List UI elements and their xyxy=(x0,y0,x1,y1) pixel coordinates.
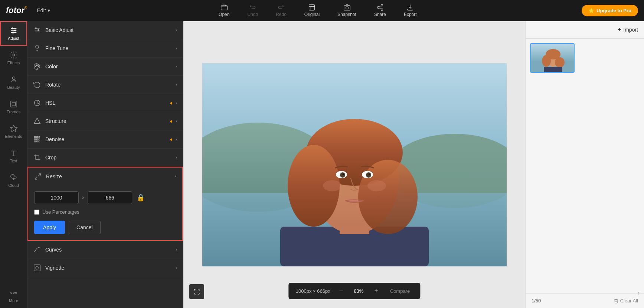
finetune-icon xyxy=(33,45,41,52)
trash-icon xyxy=(614,298,619,304)
hsl-chevron-icon: › xyxy=(176,100,177,106)
panel-item-vignette[interactable]: Vignette › xyxy=(27,259,183,277)
svg-point-58 xyxy=(369,174,370,175)
topbar: fotor® Edit ▾ Open Undo Redo Original Sn… xyxy=(0,0,644,21)
sidebar-item-elements[interactable]: Elements xyxy=(0,119,27,144)
svg-rect-34 xyxy=(35,139,36,140)
sidebar-item-beauty[interactable]: Beauty xyxy=(0,70,27,95)
apply-button[interactable]: Apply xyxy=(34,221,65,234)
panel-item-crop[interactable]: Crop › xyxy=(27,149,183,167)
logo-text: fotor xyxy=(6,6,24,15)
portrait-svg xyxy=(202,63,507,266)
cancel-button[interactable]: Cancel xyxy=(69,221,101,234)
sidebar-item-effects[interactable]: Effects xyxy=(0,46,27,70)
photo-container xyxy=(202,63,507,266)
image-dimensions: 1000px × 666px xyxy=(296,288,330,294)
sidebar-item-adjust[interactable]: Adjust xyxy=(0,21,27,46)
denoise-pro-icon: ♦ xyxy=(170,136,173,142)
clear-all-button[interactable]: Clear All xyxy=(614,298,638,304)
adjust-panel: Basic Adjust › Fine Tune › Color › Rotat… xyxy=(27,21,183,308)
resize-x-separator: × xyxy=(82,195,85,201)
plus-icon: + xyxy=(618,26,621,33)
text-icon xyxy=(10,149,18,157)
panel-item-rotate[interactable]: Rotate › xyxy=(27,76,183,94)
panel-item-fine-tune[interactable]: Fine Tune › xyxy=(27,39,183,58)
svg-point-4 xyxy=(381,4,383,6)
import-button[interactable]: + Import xyxy=(618,26,638,33)
effects-icon xyxy=(10,51,18,59)
svg-point-18 xyxy=(10,292,12,294)
resize-header[interactable]: Resize › xyxy=(28,168,182,185)
zoom-level: 83% xyxy=(352,288,365,294)
export-button[interactable]: Export xyxy=(401,2,420,19)
right-panel-header: + Import xyxy=(526,21,644,39)
original-icon xyxy=(308,4,316,11)
svg-point-3 xyxy=(346,7,348,9)
svg-point-24 xyxy=(35,27,36,29)
snapshot-button[interactable]: Snapshot xyxy=(334,2,359,19)
panel-item-denoise[interactable]: Denoise ♦ › xyxy=(27,130,183,149)
resize-height-input[interactable] xyxy=(88,191,132,204)
compare-button[interactable]: Compare xyxy=(387,287,413,295)
sidebar-item-cloud[interactable]: Cloud xyxy=(0,168,27,193)
svg-point-56 xyxy=(366,172,371,178)
use-percentages-row: Use Percentages xyxy=(34,209,176,215)
svg-rect-0 xyxy=(221,6,227,10)
fit-icon xyxy=(193,288,200,295)
original-button[interactable]: Original xyxy=(301,2,323,19)
sidebar-item-frames[interactable]: Frames xyxy=(0,95,27,119)
svg-point-57 xyxy=(343,174,344,175)
right-panel-arrow[interactable]: › xyxy=(638,290,640,296)
left-sidebar: Adjust Effects Beauty Frames Elements Te… xyxy=(0,21,27,308)
use-percentages-checkbox[interactable] xyxy=(34,210,39,215)
svg-rect-33 xyxy=(39,137,40,138)
upgrade-button[interactable]: ⭐ Upgrade to Pro xyxy=(582,5,638,16)
svg-rect-38 xyxy=(36,141,37,142)
undo-icon xyxy=(249,4,256,11)
svg-rect-16 xyxy=(12,102,15,106)
thumbnail-image[interactable] xyxy=(530,43,575,73)
export-icon xyxy=(406,4,414,11)
svg-rect-31 xyxy=(35,137,36,138)
open-button[interactable]: Open xyxy=(216,2,232,19)
panel-item-hsl[interactable]: HSL ♦ › xyxy=(27,94,183,112)
sidebar-label-effects: Effects xyxy=(7,61,20,65)
resize-chevron-icon: › xyxy=(175,174,176,179)
use-percentages-label: Use Percentages xyxy=(42,209,79,215)
cloud-icon xyxy=(10,174,18,182)
svg-point-20 xyxy=(15,292,17,294)
sidebar-label-cloud: Cloud xyxy=(8,183,19,188)
lock-icon[interactable]: 🔒 xyxy=(137,194,145,202)
bottom-info-bar: 1000px × 666px − 83% + Compare xyxy=(288,283,420,299)
rotate-icon xyxy=(33,81,41,88)
panel-item-color[interactable]: Color › xyxy=(27,58,183,76)
panel-item-basic-adjust[interactable]: Basic Adjust › xyxy=(27,21,183,39)
resize-width-input[interactable] xyxy=(34,191,79,204)
svg-rect-15 xyxy=(10,101,17,107)
fit-button[interactable] xyxy=(189,284,204,299)
hsl-icon xyxy=(33,99,41,107)
basic-adjust-chevron-icon: › xyxy=(176,27,177,33)
sidebar-label-text: Text xyxy=(10,159,17,163)
zoom-in-button[interactable]: + xyxy=(371,286,381,296)
svg-point-41 xyxy=(36,266,39,269)
sidebar-item-more[interactable]: More xyxy=(0,283,27,308)
sidebar-item-text[interactable]: Text xyxy=(0,144,27,168)
vignette-icon xyxy=(33,264,41,272)
svg-point-52 xyxy=(358,160,418,234)
redo-button[interactable]: Redo xyxy=(273,2,290,19)
svg-point-27 xyxy=(36,65,37,66)
color-chevron-icon: › xyxy=(176,64,177,69)
edit-menu-button[interactable]: Edit ▾ xyxy=(33,6,53,15)
svg-rect-40 xyxy=(34,265,40,271)
share-button[interactable]: Share xyxy=(371,2,389,19)
panel-item-curves[interactable]: Curves › xyxy=(27,241,183,259)
svg-point-60 xyxy=(367,180,386,191)
panel-item-structure[interactable]: Structure ♦ › xyxy=(27,112,183,130)
svg-point-6 xyxy=(381,9,383,10)
more-icon xyxy=(10,289,18,297)
zoom-out-button[interactable]: − xyxy=(336,286,346,296)
frames-icon xyxy=(10,100,18,108)
structure-pro-icon: ♦ xyxy=(170,118,173,124)
undo-button[interactable]: Undo xyxy=(244,2,261,19)
